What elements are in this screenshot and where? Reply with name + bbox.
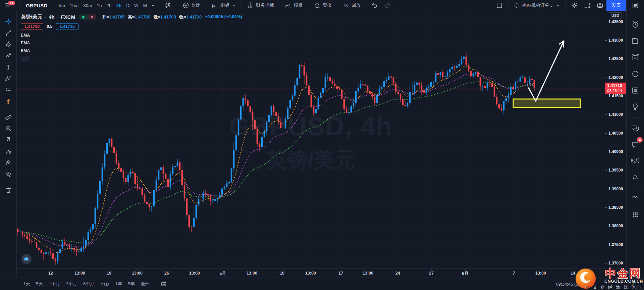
private-chat-button[interactable]: 4 <box>629 138 642 151</box>
lock-button[interactable] <box>3 157 14 168</box>
text-tool-button[interactable] <box>3 61 14 73</box>
xabcd-pattern-button[interactable] <box>3 73 14 84</box>
lightbulb-button[interactable] <box>629 100 642 113</box>
market-status-toggle[interactable]: ≈ <box>79 14 96 20</box>
timeframe-30m[interactable]: 30m <box>81 0 94 11</box>
low-value: 1.41703 <box>160 14 176 19</box>
price-axis[interactable]: 1.435001.430001.425001.420001.415001.410… <box>605 11 626 269</box>
range-1个月[interactable]: 1个月 <box>46 278 63 290</box>
indicators-button[interactable]: fx 指标 <box>208 0 239 11</box>
ideas-stream-button[interactable] <box>629 154 642 167</box>
indicator-label-ema-1[interactable]: EMA <box>21 41 242 45</box>
drawing-lock-button[interactable] <box>3 146 14 157</box>
timeframe-2h[interactable]: 2h <box>104 0 114 11</box>
ruler-button[interactable] <box>3 111 14 123</box>
time-tick <box>195 269 195 270</box>
fx-icon: fx <box>211 2 218 9</box>
range-YTD[interactable]: YTD <box>97 278 112 290</box>
range-5天[interactable]: 5天 <box>33 278 46 290</box>
bell-button[interactable] <box>629 171 642 184</box>
public-chat-button[interactable] <box>629 121 642 135</box>
timeframe-15m[interactable]: 15m <box>67 0 81 11</box>
ideas-list-button[interactable] <box>629 51 642 64</box>
layout-select-button[interactable] <box>493 0 506 11</box>
collapse-legend-button[interactable]: ︿ <box>21 56 29 61</box>
time-tick <box>573 269 573 270</box>
trend-line-button[interactable] <box>3 27 14 39</box>
undo-button[interactable] <box>368 0 381 11</box>
divider <box>308 2 308 9</box>
currency-badge[interactable]: USD <box>609 12 622 18</box>
object-tree-panel-button[interactable] <box>626 0 644 11</box>
range-全部[interactable]: 全部 <box>138 278 153 290</box>
range-6个月[interactable]: 6个月 <box>80 278 97 290</box>
main-menu-button[interactable]: 11 <box>0 0 17 11</box>
timeframe-D[interactable]: D <box>124 0 132 11</box>
pitchfork-button[interactable] <box>3 39 14 50</box>
publish-button[interactable]: 发表 <box>606 0 626 11</box>
range-3个月[interactable]: 3个月 <box>63 278 80 290</box>
zoom-in-button[interactable] <box>3 123 14 134</box>
time-axis-label: 12 <box>48 271 53 276</box>
redo-button[interactable] <box>381 0 394 11</box>
exchange-label[interactable]: FXCM <box>61 14 75 20</box>
interval-label[interactable]: 4h <box>49 14 55 20</box>
chart-legend: 英镑/美元 · 4h · FXCM ≈ 开=1.41705 高=1.41769 … <box>21 14 242 61</box>
parallel-channel-button[interactable] <box>3 84 14 96</box>
replay-button[interactable]: 回放 <box>339 0 363 11</box>
timeframe-1h[interactable]: 1h <box>94 0 104 11</box>
timeframe-5m[interactable]: 5m <box>56 0 67 11</box>
chart-style-button[interactable] <box>162 0 174 11</box>
dot-separator: · <box>45 14 46 20</box>
layout-name: 裸K-机构订单… <box>522 2 554 8</box>
toolbar-right-group: 裸K-机构订单… 发表 <box>493 0 644 11</box>
timeframe-more-button[interactable] <box>149 0 157 11</box>
clock-utc[interactable]: 09:34:46 (UTC+8) <box>556 282 591 287</box>
hotlist-button[interactable] <box>629 67 642 81</box>
crosshair-button[interactable] <box>3 16 14 27</box>
cloud-icon <box>514 2 520 9</box>
alert-button[interactable]: 警报 <box>311 0 334 11</box>
fullscreen-button[interactable] <box>581 0 594 11</box>
apps-grid-button[interactable] <box>629 208 642 222</box>
arrow-marker-button[interactable] <box>3 96 14 107</box>
timeframe-4h[interactable]: 4h <box>114 0 124 11</box>
templates-button[interactable]: 模板 <box>282 0 306 11</box>
alarm-clock-button[interactable] <box>629 18 642 31</box>
divider <box>206 2 206 9</box>
fundamentals-button[interactable]: 财务指标 <box>244 0 277 11</box>
symbol-name[interactable]: 英镑/美元 <box>21 14 42 20</box>
calendar-button[interactable] <box>629 84 642 97</box>
range-1天[interactable]: 1天 <box>20 278 33 290</box>
buy-button[interactable]: 1.41715 <box>56 23 78 30</box>
markets-zigzag-button[interactable] <box>629 192 642 205</box>
timeframe-W[interactable]: W <box>132 0 141 11</box>
time-axis[interactable]: 1213:001913:002613:005月13:001013:001713:… <box>17 269 605 278</box>
symbol-search-button[interactable]: GBPUSD <box>22 0 51 11</box>
time-tick <box>109 269 109 270</box>
trash-button[interactable] <box>3 184 14 196</box>
hide-drawings-button[interactable] <box>3 168 14 180</box>
snapshot-button[interactable] <box>594 0 606 11</box>
exchange-logo-button[interactable] <box>21 254 32 264</box>
settings-button[interactable] <box>568 0 581 11</box>
chart-area[interactable]: GBPUSD, 4h 英镑/美元 英镑/美元 · 4h · FXCM ≈ 开=1… <box>17 11 605 269</box>
range-5年[interactable]: 5年 <box>125 278 138 290</box>
timeframe-M[interactable]: M <box>141 0 149 11</box>
saved-layout-button[interactable]: 裸K-机构订单… <box>511 0 564 11</box>
time-tick <box>341 269 341 270</box>
elliott-wave-button[interactable] <box>3 50 14 61</box>
time-tick <box>137 269 138 270</box>
range-1年[interactable]: 1年 <box>112 278 125 290</box>
news-button[interactable] <box>629 34 642 48</box>
indicator-label-ema-0[interactable]: EMA <box>21 33 242 38</box>
compare-button[interactable]: 对比 <box>179 0 203 11</box>
indicator-label-ema-2[interactable]: EMA <box>21 48 242 53</box>
go-to-date-button[interactable] <box>158 278 170 290</box>
sell-button[interactable]: 1.41710 <box>21 23 43 30</box>
compare-label: 对比 <box>192 2 201 8</box>
price-axis-label: 1.37000 <box>605 261 626 265</box>
price-axis-label: 1.43500 <box>605 19 626 24</box>
magnet-button[interactable] <box>3 134 14 146</box>
divider <box>629 117 641 117</box>
